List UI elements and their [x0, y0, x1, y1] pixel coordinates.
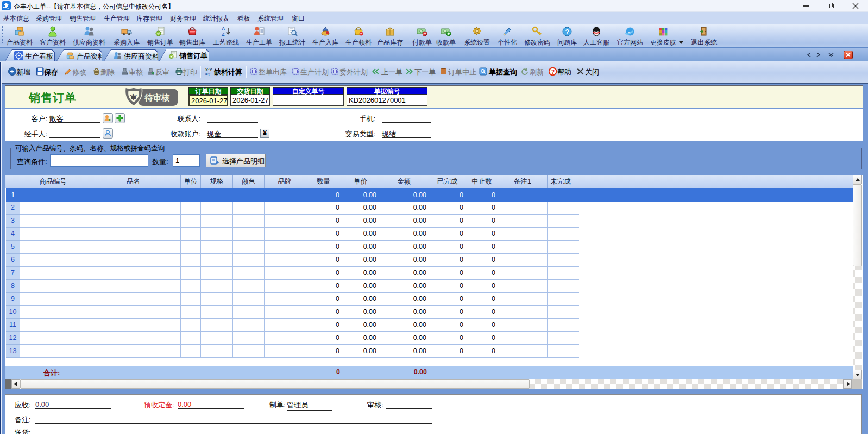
svg-text:?: ?: [551, 69, 555, 75]
svg-text:审: 审: [130, 93, 137, 101]
svg-text:A: A: [222, 26, 225, 32]
svg-text:Z: Z: [222, 32, 225, 37]
svg-text:待审核: 待审核: [144, 93, 170, 102]
svg-text:=?: =?: [205, 72, 210, 76]
svg-text:?: ?: [565, 28, 569, 36]
